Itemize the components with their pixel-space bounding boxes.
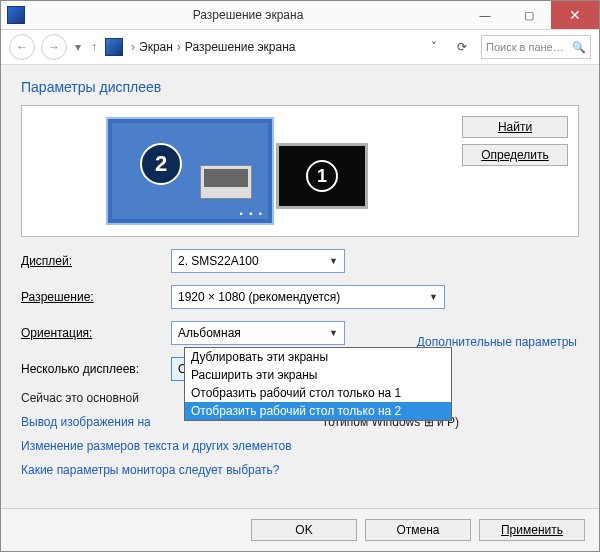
projector-link[interactable]: Вывод изображения на	[21, 415, 151, 429]
multi-label: Несколько дисплеев:	[21, 362, 171, 376]
orientation-label: Ориентация:	[21, 326, 171, 340]
breadcrumb-part[interactable]: Разрешение экрана	[185, 40, 296, 54]
minimize-button[interactable]: —	[463, 1, 507, 29]
refresh-button[interactable]: ⟳	[449, 40, 475, 54]
window-controls: — ▢ ✕	[463, 1, 599, 29]
detect-button[interactable]: Определить	[462, 144, 568, 166]
apply-button[interactable]: Применить	[479, 519, 585, 541]
monitor-1[interactable]: 1	[276, 143, 368, 209]
monitor-2[interactable]: 2 • • •	[108, 119, 272, 223]
search-icon: 🔍	[572, 41, 586, 54]
chevron-down-icon: ▼	[329, 256, 338, 266]
multi-option-duplicate[interactable]: Дублировать эти экраны	[185, 348, 451, 366]
chevron-down-icon[interactable]: ˅	[431, 40, 443, 54]
window-title: Разрешение экрана	[33, 8, 463, 22]
chevron-right-icon: ›	[177, 40, 181, 54]
close-button[interactable]: ✕	[551, 1, 599, 29]
multi-option-extend[interactable]: Расширить эти экраны	[185, 366, 451, 384]
window: Разрешение экрана — ▢ ✕ ← → ▾ ↑ › Экран …	[0, 0, 600, 552]
resolution-select[interactable]: 1920 × 1080 (рекомендуется) ▼	[171, 285, 445, 309]
monitor-icon	[105, 38, 123, 56]
display-select[interactable]: 2. SMS22A100 ▼	[171, 249, 345, 273]
resolution-label: Разрешение:	[21, 290, 171, 304]
multi-option-only-1[interactable]: Отобразить рабочий стол только на 1	[185, 384, 451, 402]
history-dropdown-icon[interactable]: ▾	[73, 40, 83, 54]
cancel-button[interactable]: Отмена	[365, 519, 471, 541]
text-size-link[interactable]: Изменение размеров текста и других элеме…	[21, 439, 292, 453]
search-input[interactable]: Поиск в пане… 🔍	[481, 35, 591, 59]
orientation-select[interactable]: Альбомная ▼	[171, 321, 345, 345]
resolution-value: 1920 × 1080 (рекомендуется)	[178, 290, 340, 304]
monitor-preview[interactable]: 2 • • • 1	[108, 119, 368, 223]
forward-button[interactable]: →	[41, 34, 67, 60]
nav-bar: ← → ▾ ↑ › Экран › Разрешение экрана ˅ ⟳ …	[1, 30, 599, 65]
chevron-right-icon: ›	[131, 40, 135, 54]
up-button[interactable]: ↑	[89, 40, 99, 54]
search-placeholder: Поиск в пане…	[486, 41, 564, 53]
ok-button[interactable]: OK	[251, 519, 357, 541]
monitor-2-badge: 2	[140, 143, 182, 185]
display-value: 2. SMS22A100	[178, 254, 259, 268]
multi-display-dropdown[interactable]: Дублировать эти экраны Расширить эти экр…	[184, 347, 452, 421]
multi-option-only-2[interactable]: Отобразить рабочий стол только на 2	[185, 402, 451, 420]
help-link[interactable]: Какие параметры монитора следует выбрать…	[21, 463, 280, 477]
orientation-value: Альбомная	[178, 326, 241, 340]
display-preview: 2 • • • 1 Найти Определить	[21, 105, 579, 237]
app-icon	[7, 6, 25, 24]
monitor-1-badge: 1	[306, 160, 338, 192]
maximize-button[interactable]: ▢	[507, 1, 551, 29]
find-button[interactable]: Найти	[462, 116, 568, 138]
keyboard-icon	[200, 165, 252, 199]
breadcrumb-part[interactable]: Экран	[139, 40, 173, 54]
breadcrumb[interactable]: › Экран › Разрешение экрана ˅	[131, 40, 443, 54]
handle-dots-icon: • • •	[240, 209, 264, 219]
dialog-footer: OK Отмена Применить	[1, 508, 599, 551]
back-button[interactable]: ←	[9, 34, 35, 60]
chevron-down-icon: ▼	[429, 292, 438, 302]
chevron-down-icon: ▼	[329, 328, 338, 338]
page-heading: Параметры дисплеев	[21, 79, 579, 95]
title-bar: Разрешение экрана — ▢ ✕	[1, 1, 599, 30]
display-label: Дисплей:	[21, 254, 171, 268]
